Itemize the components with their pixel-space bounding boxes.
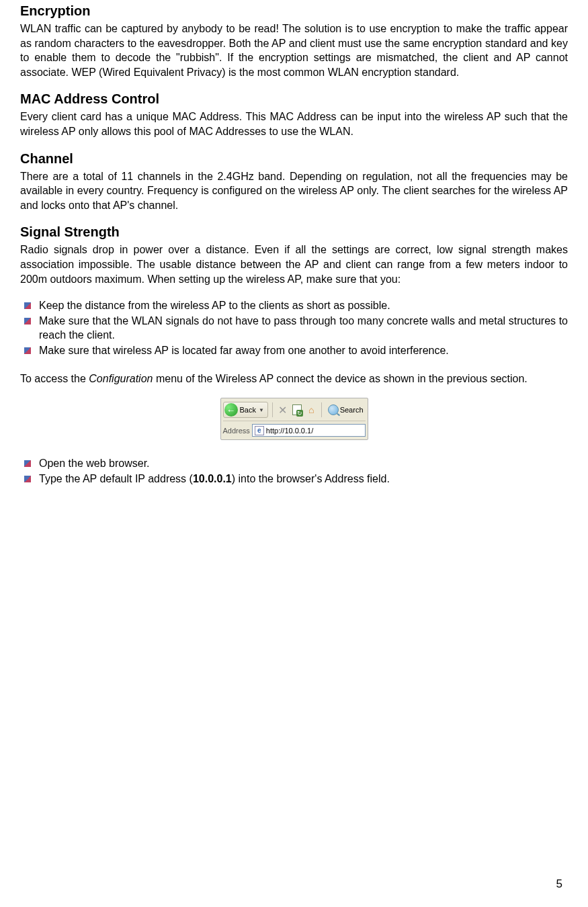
search-icon — [328, 404, 339, 415]
access-bullets: Open the web browser. Type the AP defaul… — [20, 456, 568, 486]
body-channel: There are a total of 11 channels in the … — [20, 169, 568, 213]
list-item: Type the AP default IP address (10.0.0.1… — [39, 472, 568, 486]
back-arrow-icon: ← — [224, 403, 238, 417]
body-encryption: WLAN traffic can be captured by anybody … — [20, 21, 568, 79]
list-item: Make sure that the WLAN signals do not h… — [39, 314, 568, 343]
address-input[interactable]: e http://10.0.0.1/ — [252, 424, 366, 437]
stop-icon[interactable]: ✕ — [277, 403, 288, 417]
address-value: http://10.0.0.1/ — [266, 427, 313, 435]
heading-channel: Channel — [20, 151, 568, 167]
back-label: Back — [240, 406, 256, 414]
back-button[interactable]: ← Back ▼ — [223, 402, 268, 418]
page-number: 5 — [556, 877, 562, 891]
heading-signal: Signal Strength — [20, 224, 568, 240]
list-item: Open the web browser. — [39, 456, 568, 471]
list-item: Keep the distance from the wireless AP t… — [39, 298, 568, 313]
toolbar-separator — [321, 402, 322, 417]
browser-toolbar: ← Back ▼ ✕ ⌂ Search — [223, 400, 366, 421]
access-paragraph: To access the Configuration menu of the … — [20, 372, 568, 386]
search-label: Search — [340, 406, 364, 414]
heading-encryption: Encryption — [20, 3, 568, 19]
address-bar-row: Address e http://10.0.0.1/ — [223, 423, 366, 437]
body-mac: Every client card has a unique MAC Addre… — [20, 110, 568, 138]
address-label: Address — [223, 427, 250, 435]
page-icon: e — [255, 426, 264, 435]
chevron-down-icon[interactable]: ▼ — [259, 407, 264, 413]
heading-mac: MAC Address Control — [20, 91, 568, 107]
refresh-icon[interactable] — [291, 403, 302, 417]
home-icon[interactable]: ⌂ — [305, 403, 317, 417]
body-signal: Radio signals drop in power over a dista… — [20, 243, 568, 286]
toolbar-separator — [272, 402, 273, 417]
list-item: Make sure that wireless AP is located fa… — [39, 343, 568, 358]
search-button[interactable]: Search — [326, 404, 366, 416]
signal-bullets: Keep the distance from the wireless AP t… — [20, 298, 568, 357]
browser-screenshot: ← Back ▼ ✕ ⌂ Search Address e http://10.… — [220, 398, 368, 440]
